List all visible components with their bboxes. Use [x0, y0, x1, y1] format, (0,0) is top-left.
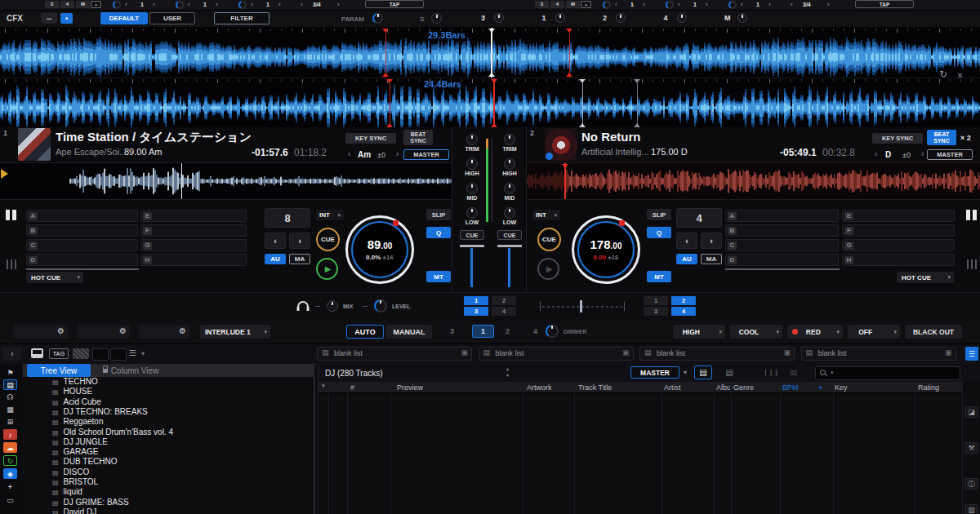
deck1-slip-button[interactable]: SLIP: [426, 209, 451, 220]
fixture-panel-1[interactable]: ⚙: [14, 325, 68, 339]
fraction-increase-icon[interactable]: ›: [337, 1, 340, 8]
headphone-level-knob[interactable]: [374, 299, 387, 312]
fraction-decrease-icon[interactable]: ‹: [791, 1, 793, 8]
deck2-wave-view-icon[interactable]: [967, 259, 977, 269]
monitor-left-button-2[interactable]: 2: [492, 296, 516, 305]
deck2-beat-jump-fwd-button[interactable]: ›: [701, 233, 722, 249]
deck2-track-waveform-strip[interactable]: [527, 163, 980, 199]
column-title[interactable]: Track Title: [578, 383, 612, 392]
lighting-color-dropdown[interactable]: RED ▾: [787, 325, 843, 339]
channel2-low-knob[interactable]: [504, 207, 515, 219]
monitor-left-button-4[interactable]: 4: [492, 307, 516, 316]
channel1-fader-track[interactable]: [470, 248, 473, 287]
deck2-hot-cue-pad-G[interactable]: G: [842, 239, 955, 251]
deck2-hot-cue-pad-H[interactable]: H: [842, 254, 955, 266]
loop-knob[interactable]: [176, 1, 184, 9]
lighting-preset-dropdown[interactable]: INTERLUDE 1 ▾: [200, 325, 270, 339]
beat-button-M[interactable]: M: [566, 1, 580, 8]
lighting-auto-button[interactable]: AUTO: [346, 325, 384, 339]
deck2-pad-mode-dropdown[interactable]: HOT CUE ▾: [897, 272, 954, 283]
beat-button-3[interactable]: 3: [45, 1, 59, 8]
deck1-play-button[interactable]: ▶: [316, 258, 338, 280]
deck1-hot-cue-pad-A[interactable]: A: [26, 210, 138, 222]
deck2-quantize-button[interactable]: Q: [647, 227, 671, 238]
tree-item[interactable]: ▤David DJ: [23, 507, 309, 514]
deck2-hot-cue-pad-B[interactable]: B: [725, 224, 839, 237]
tree-item[interactable]: ▤BRISTOL: [23, 477, 309, 487]
beat-button-4[interactable]: 4: [550, 1, 564, 8]
deck1-hot-cue-pad-B[interactable]: B: [26, 224, 138, 237]
cfx-dot-button[interactable]: •: [60, 13, 73, 24]
loop-decrease-icon[interactable]: ‹: [615, 1, 617, 8]
channel1-fader-cap[interactable]: [460, 245, 484, 247]
monitor-right-button-2[interactable]: 2: [671, 296, 696, 305]
loop-increase-icon[interactable]: ›: [216, 1, 218, 8]
tree-item[interactable]: ▤GARAGE: [23, 447, 309, 457]
cfx-user-button[interactable]: USER: [149, 12, 195, 24]
blank-list-panel-2[interactable]: ▤blank list▣: [479, 347, 634, 361]
loop-increase-icon[interactable]: ›: [706, 1, 708, 8]
deck1-master-button[interactable]: MASTER: [403, 149, 449, 160]
deck1-pad-mode-dropdown[interactable]: HOT CUE ▾: [26, 272, 83, 283]
view-mode-list-button[interactable]: ▤: [694, 366, 712, 379]
dot-button[interactable]: •: [91, 1, 101, 8]
deck1-jog-wheel[interactable]: 89.00 0.0% ±16: [345, 215, 414, 284]
deck2-auto-button[interactable]: AU: [676, 254, 697, 264]
fraction-decrease-icon[interactable]: ‹: [301, 1, 303, 8]
deck1-auto-button[interactable]: AU: [265, 254, 286, 264]
column-artwork[interactable]: Artwork: [527, 383, 552, 392]
loop-increase-icon[interactable]: ›: [768, 1, 771, 8]
cfx-filter-button[interactable]: FILTER: [214, 12, 270, 24]
channel1-trim-knob[interactable]: [466, 134, 478, 145]
deck1-beat-sync-button[interactable]: BEAT SYNC: [403, 130, 433, 145]
tree-item[interactable]: ▤HOUSE: [23, 387, 309, 397]
deck1-hot-cue-pad-G[interactable]: G: [140, 239, 247, 251]
deck1-overview-waveform[interactable]: [0, 28, 980, 78]
move-icon[interactable]: +: [3, 481, 17, 492]
deck1-beat-jump-back-button[interactable]: ‹: [265, 233, 286, 249]
beat-button-4[interactable]: 4: [60, 1, 74, 8]
column-bpm[interactable]: BPM: [782, 383, 799, 392]
gear-icon[interactable]: ⚙: [119, 326, 127, 335]
loop-knob[interactable]: [113, 1, 121, 9]
deck1-pad-grid-icon[interactable]: [6, 210, 16, 220]
channel2-fader-cap[interactable]: [497, 245, 522, 247]
cfx-assign-knob-3[interactable]: [494, 13, 504, 23]
crossfader-handle[interactable]: [580, 300, 582, 312]
monitor-right-button-4[interactable]: 4: [671, 307, 696, 316]
column-album[interactable]: Album: [716, 383, 730, 392]
loop-decrease-icon[interactable]: ‹: [125, 1, 127, 8]
loop-decrease-icon[interactable]: ‹: [678, 1, 680, 8]
monitor-left-button-1[interactable]: 1: [464, 296, 488, 305]
gear-icon[interactable]: ⚙: [179, 326, 186, 335]
blank-list-panel-4[interactable]: ▤blank list▣: [801, 347, 956, 361]
wave-refresh-icon[interactable]: ↻: [939, 69, 947, 80]
tree-item[interactable]: ▤DJ JUNGLE: [23, 437, 309, 447]
master-deck-dropdown[interactable]: MASTER: [630, 366, 679, 379]
track-columns-icon[interactable]: ▥: [964, 504, 978, 514]
tree-item[interactable]: ▤Old School Drum'n'Bass vol. 4: [23, 428, 309, 437]
tag-filter-button[interactable]: TAG: [49, 348, 69, 359]
cfx-assign-knob-2[interactable]: [616, 13, 626, 23]
monitor-right-button-3[interactable]: 3: [644, 307, 668, 316]
column-rating[interactable]: Rating: [918, 383, 939, 392]
deck2-key-prev-icon[interactable]: ‹: [875, 149, 877, 158]
loop-knob[interactable]: [603, 1, 611, 9]
channel2-trim-knob[interactable]: [504, 134, 515, 145]
fixture-panel-2[interactable]: ⚙: [78, 325, 130, 339]
deck2-overview-waveform[interactable]: [0, 78, 980, 128]
lighting-beat-button-1[interactable]: 1: [472, 325, 494, 338]
channel1-mid-knob[interactable]: [466, 183, 478, 194]
loop-increase-icon[interactable]: ›: [278, 1, 281, 8]
deck2-hot-cue-pad-C[interactable]: C: [725, 239, 839, 251]
tree-item[interactable]: ▤DJ GRIME: BASS: [23, 498, 309, 507]
blank-list-panel-3[interactable]: ▤blank list▣: [639, 347, 795, 361]
deck2-master-tempo-button[interactable]: MT: [647, 271, 671, 282]
track-tag-icon[interactable]: ◪: [964, 406, 978, 418]
deck1-hot-cue-pad-F[interactable]: F: [140, 224, 247, 237]
channel2-mid-knob[interactable]: [504, 183, 515, 194]
deck2-jog-wheel[interactable]: 178.00 0.00 ±16: [572, 215, 640, 284]
deck2-hot-cue-pad-D[interactable]: D: [725, 254, 839, 266]
tree-item[interactable]: ▤DJ TECHNO: BREAKS: [23, 407, 309, 417]
view-mode-detail-button[interactable]: ▤: [720, 366, 738, 379]
